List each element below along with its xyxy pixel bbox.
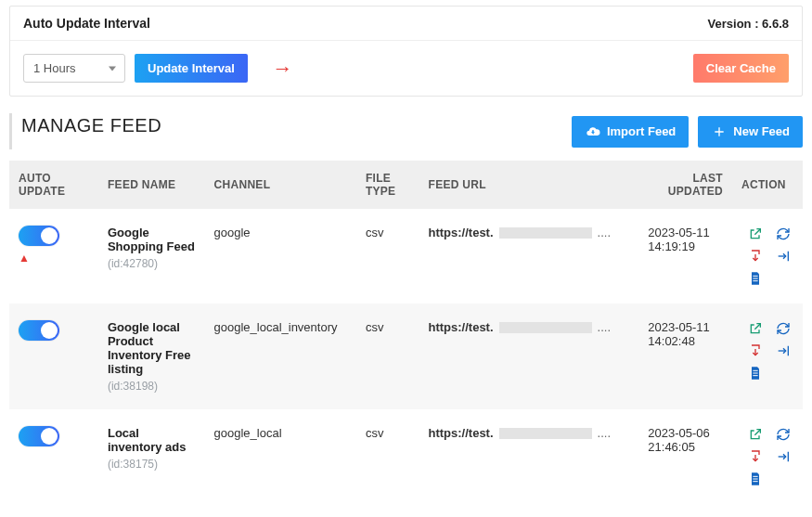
export-icon[interactable] bbox=[775, 448, 792, 465]
col-auto-update: AUTO UPDATE bbox=[9, 161, 98, 209]
interval-select-wrap: 1 Hours bbox=[23, 54, 125, 83]
channel-cell: google_local bbox=[205, 409, 356, 504]
auto-update-toggle[interactable] bbox=[19, 226, 59, 246]
feed-name: Google Shopping Feed bbox=[108, 226, 196, 253]
panel-title: Auto Update Interval bbox=[23, 16, 150, 31]
refresh-icon[interactable] bbox=[775, 320, 792, 337]
document-icon[interactable] bbox=[747, 270, 764, 287]
col-last-updated: LAST UPDATED bbox=[638, 161, 738, 209]
channel-cell: google bbox=[205, 209, 356, 304]
updated-time: 14:19:19 bbox=[648, 239, 728, 253]
col-file-type: FILE TYPE bbox=[356, 161, 419, 209]
table-row: ▲ Google Shopping Feed (id:42780) google… bbox=[9, 209, 803, 304]
row-actions bbox=[747, 320, 793, 381]
updated-date: 2023-05-11 bbox=[648, 226, 728, 239]
row-actions bbox=[747, 226, 793, 287]
table-row: ▲ Google local Product Inventory Free li… bbox=[9, 304, 803, 409]
auto-update-toggle[interactable] bbox=[19, 426, 59, 446]
cloud-download-icon bbox=[585, 123, 601, 140]
updated-date: 2023-05-06 bbox=[648, 426, 728, 440]
export-icon[interactable] bbox=[775, 343, 792, 359]
section-header: MANAGE FEED Import Feed New Feed bbox=[9, 113, 803, 149]
col-action: ACTION bbox=[738, 161, 803, 209]
annotation-arrow-right bbox=[274, 58, 292, 79]
open-external-icon[interactable] bbox=[747, 226, 764, 242]
feed-name: Google local Product Inventory Free list… bbox=[108, 320, 196, 376]
col-feed-name: FEED NAME bbox=[98, 161, 205, 209]
card-body: 1 Hours Update Interval Clear Cache bbox=[10, 41, 802, 96]
feed-url[interactable]: https://test. .... bbox=[429, 226, 612, 239]
col-channel: CHANNEL bbox=[205, 161, 356, 209]
channel-cell: google_local_inventory bbox=[205, 304, 356, 409]
auto-update-toggle[interactable] bbox=[19, 320, 59, 341]
feed-url[interactable]: https://test. .... bbox=[429, 426, 612, 440]
refresh-icon[interactable] bbox=[775, 426, 792, 443]
feed-id: (id:38175) bbox=[108, 458, 196, 471]
updated-time: 21:46:05 bbox=[648, 440, 728, 454]
feed-table: AUTO UPDATE FEED NAME CHANNEL FILE TYPE … bbox=[9, 161, 803, 504]
download-icon[interactable] bbox=[747, 343, 764, 359]
download-icon[interactable] bbox=[747, 248, 764, 265]
updated-date: 2023-05-11 bbox=[648, 320, 728, 334]
table-row: ▲ Local inventory ads (id:38175) google_… bbox=[9, 409, 803, 504]
redacted-segment bbox=[499, 428, 592, 439]
download-icon[interactable] bbox=[747, 448, 764, 465]
file-type-cell: csv bbox=[356, 209, 419, 304]
row-actions bbox=[747, 426, 793, 487]
file-type-cell: csv bbox=[356, 409, 419, 504]
updated-time: 14:02:48 bbox=[648, 334, 728, 348]
new-feed-button[interactable]: New Feed bbox=[698, 116, 803, 148]
clear-cache-button[interactable]: Clear Cache bbox=[693, 54, 789, 83]
auto-update-interval-card: Auto Update Interval Version : 6.6.8 1 H… bbox=[9, 6, 803, 97]
version-label: Version : 6.6.8 bbox=[708, 17, 789, 31]
import-feed-label: Import Feed bbox=[607, 124, 676, 138]
feed-url[interactable]: https://test. .... bbox=[429, 320, 612, 334]
document-icon[interactable] bbox=[747, 365, 764, 381]
annotation-arrow-up: ▲ bbox=[19, 252, 30, 265]
open-external-icon[interactable] bbox=[747, 426, 764, 443]
col-feed-url: FEED URL bbox=[419, 161, 639, 209]
card-header: Auto Update Interval Version : 6.6.8 bbox=[10, 6, 802, 41]
feed-id: (id:42780) bbox=[108, 257, 196, 270]
feed-name: Local inventory ads bbox=[108, 426, 196, 454]
update-interval-button[interactable]: Update Interval bbox=[135, 54, 248, 83]
interval-select[interactable]: 1 Hours bbox=[23, 54, 125, 83]
feed-id: (id:38198) bbox=[108, 380, 196, 393]
import-feed-button[interactable]: Import Feed bbox=[572, 116, 689, 148]
section-title: MANAGE FEED bbox=[9, 113, 161, 149]
redacted-segment bbox=[499, 322, 592, 333]
refresh-icon[interactable] bbox=[775, 226, 792, 242]
file-type-cell: csv bbox=[356, 304, 419, 409]
redacted-segment bbox=[499, 227, 592, 239]
export-icon[interactable] bbox=[775, 248, 792, 265]
open-external-icon[interactable] bbox=[747, 320, 764, 337]
plus-icon bbox=[711, 123, 728, 140]
new-feed-label: New Feed bbox=[733, 124, 790, 138]
document-icon[interactable] bbox=[747, 471, 764, 487]
